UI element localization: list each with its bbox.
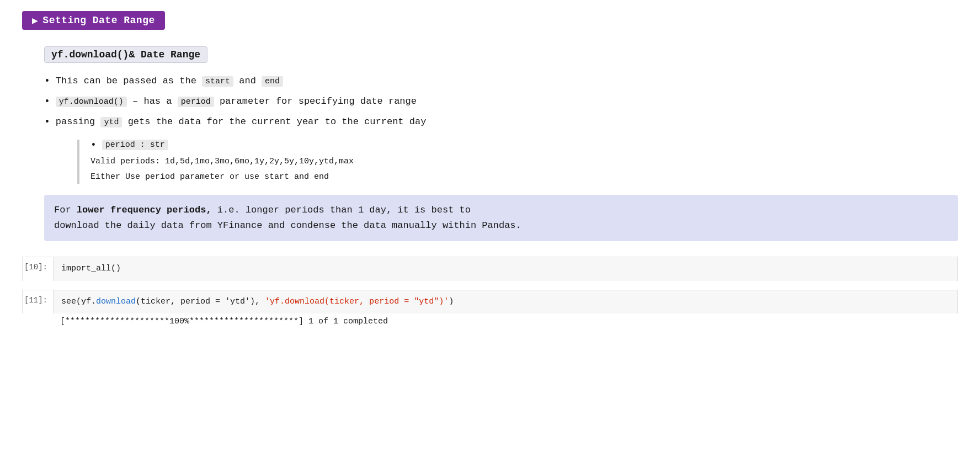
blockquote-section: • period : str Valid periods: 1d,5d,1mo,… (77, 140, 958, 184)
output-text: [*********************100%**************… (52, 313, 396, 330)
blockquote-line-1: Valid periods: 1d,5d,1mo,3mo,6mo,1y,2y,5… (90, 155, 958, 168)
list-item: • yf.download() – has a period parameter… (44, 94, 958, 109)
inline-code-ytd: ytd (100, 117, 122, 127)
inline-code-start: start (202, 76, 233, 87)
bullet-dot: • (44, 115, 50, 130)
subtitle-code: yf.download() (51, 49, 129, 60)
cell-row-10: [10]: import_all() (22, 257, 958, 281)
bullet-text-3: passing ytd gets the data for the curren… (56, 115, 427, 129)
highlight-block: For lower frequency periods, i.e. longer… (44, 195, 958, 241)
subtitle-badge: yf.download() & Date Range (44, 46, 207, 63)
inline-code-yfdownload: yf.download() (56, 97, 127, 107)
code-see: see(yf. (61, 297, 96, 306)
sub-bullet: • period : str (90, 140, 958, 151)
header-arrow: ▶ (32, 14, 38, 26)
bullet-text-1: This can be passed as the start and end (56, 74, 283, 88)
bullet-dot: • (44, 74, 50, 89)
cell-code-11[interactable]: see(yf.download(ticker, period = 'ytd'),… (53, 290, 957, 314)
content-area: yf.download() & Date Range • This can be… (44, 46, 958, 241)
inline-code-period: period (178, 97, 214, 107)
code-string-arg: 'yf.download(ticker, period = "ytd")' (265, 297, 449, 306)
cell-code-10[interactable]: import_all() (53, 257, 957, 281)
section-header: ▶ Setting Date Range (22, 11, 165, 30)
list-item: • This can be passed as the start and en… (44, 74, 958, 89)
blockquote-line-2: Either Use period parameter or use start… (90, 171, 958, 184)
code-ytd-str: 'ytd' (225, 297, 250, 306)
bullet-dot: • (44, 94, 50, 109)
bullet-dot: • (90, 140, 97, 151)
cell-number-11: [11]: (23, 290, 53, 310)
header-title: Setting Date Range (42, 15, 155, 26)
subtitle-rest: & Date Range (129, 49, 200, 60)
bullet-text-2: yf.download() – has a period parameter f… (56, 94, 417, 109)
bullet-list: • This can be passed as the start and en… (44, 74, 958, 130)
list-item: • passing ytd gets the data for the curr… (44, 115, 958, 130)
code-close-paren: ), (250, 297, 265, 306)
output-row: [*********************100%**************… (22, 313, 958, 330)
inline-code-end: end (262, 76, 283, 87)
cell-row-11: [11]: see(yf.download(ticker, period = '… (22, 290, 958, 314)
cell-number-10: [10]: (23, 257, 53, 277)
period-str-label: period : str (102, 140, 168, 150)
code-args: (ticker, period = (136, 297, 225, 306)
cell-container: [10]: import_all() [11]: see(yf.download… (22, 257, 958, 330)
code-download-kw: download (96, 297, 136, 306)
code-final-paren: ) (449, 297, 454, 306)
highlight-bold: lower frequency periods, (77, 205, 212, 215)
